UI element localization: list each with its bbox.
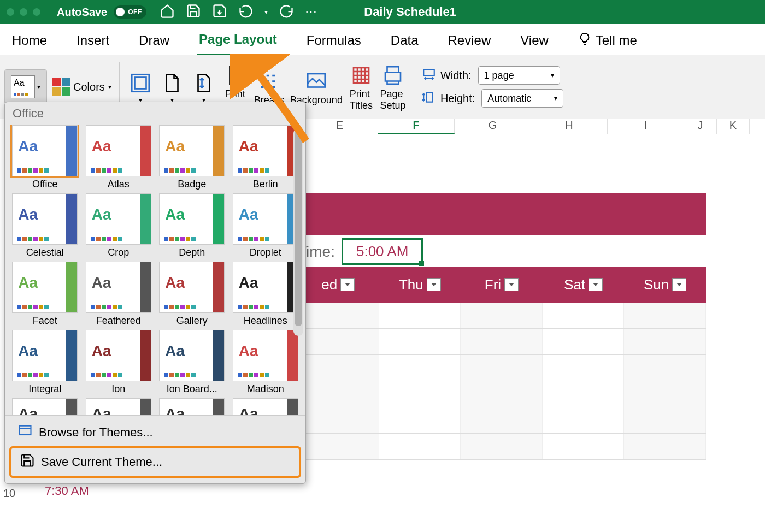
folder-icon (17, 423, 33, 442)
browse-themes-item[interactable]: Browse for Themes... (9, 419, 301, 446)
fill-handle[interactable] (419, 261, 424, 266)
margins-icon (127, 70, 154, 96)
background-icon (303, 68, 329, 94)
theme-item-berlin[interactable]: AaBerlin (230, 125, 302, 190)
lightbulb-icon (578, 32, 591, 49)
autosave-label: AutoSave (57, 6, 107, 19)
themes-button[interactable]: Aa ▾ (4, 69, 47, 104)
save-theme-icon (19, 453, 36, 471)
time-row: Time: 5:00 AM (297, 238, 423, 265)
tab-data[interactable]: Data (389, 29, 421, 55)
theme-item-facet[interactable]: AaFacet (9, 262, 81, 327)
day-header-sun[interactable]: Sun (624, 276, 706, 293)
tab-home[interactable]: Home (10, 29, 49, 55)
grid-row[interactable] (297, 407, 706, 434)
background-button[interactable]: Background (290, 68, 343, 106)
tell-me[interactable]: Tell me (576, 29, 639, 55)
colors-button[interactable]: Colors ▾ (52, 78, 111, 96)
breaks-icon (256, 68, 283, 94)
theme-item-partial[interactable]: Aa (83, 398, 155, 415)
size-icon (191, 70, 217, 96)
document-title: Daily Schedule1 (364, 5, 456, 19)
tab-view[interactable]: View (518, 29, 551, 55)
orientation-button[interactable]: ▾ (159, 70, 185, 104)
quick-access-toolbar: ▾ ⋯ (160, 3, 317, 21)
home-icon[interactable] (160, 3, 175, 21)
filter-dropdown-icon[interactable] (340, 278, 355, 291)
theme-item-office[interactable]: AaOffice (9, 125, 81, 190)
theme-item-crop[interactable]: AaCrop (83, 193, 155, 258)
window-traffic-lights[interactable] (7, 8, 40, 16)
theme-item-gallery[interactable]: AaGallery (156, 262, 228, 327)
theme-item-droplet[interactable]: AaDroplet (230, 193, 302, 258)
grid-row[interactable] (297, 329, 706, 355)
theme-item-depth[interactable]: AaDepth (156, 193, 228, 258)
more-icon[interactable]: ⋯ (305, 5, 317, 19)
days-header-row: edThuFriSatSun (297, 267, 706, 303)
ribbon-tabs: Home Insert Draw Page Layout Formulas Da… (0, 24, 765, 55)
autosave-toggle[interactable]: OFF (114, 5, 146, 19)
col-header-J[interactable]: J (684, 119, 717, 134)
theme-item-headlines[interactable]: AaHeadlines (230, 262, 302, 327)
grid-row[interactable] (297, 355, 706, 381)
tab-formulas[interactable]: Formulas (304, 29, 363, 55)
height-dropdown[interactable]: Automatic▾ (481, 89, 563, 108)
theme-item-feathered[interactable]: AaFeathered (83, 262, 155, 327)
filter-dropdown-icon[interactable] (427, 278, 441, 291)
print-titles-icon (348, 62, 374, 88)
theme-item-ion-board-[interactable]: AaIon Board... (156, 330, 228, 395)
page-setup-button[interactable]: Page Setup (380, 62, 406, 111)
width-dropdown[interactable]: 1 page▾ (478, 66, 560, 85)
theme-item-ion[interactable]: AaIon (83, 330, 155, 395)
day-header-thu[interactable]: Thu (379, 276, 461, 293)
selected-cell[interactable]: 5:00 AM (342, 238, 423, 265)
themes-scrollbar[interactable] (293, 128, 303, 336)
tab-page-layout[interactable]: Page Layout (197, 28, 279, 56)
theme-item-badge[interactable]: AaBadge (156, 125, 228, 190)
print-area-icon (222, 62, 249, 88)
breaks-button[interactable]: Breaks (254, 68, 285, 106)
size-button[interactable]: ▾ (191, 70, 217, 104)
grid-row[interactable] (297, 381, 706, 407)
filter-dropdown-icon[interactable] (672, 278, 686, 291)
titlebar: AutoSave OFF ▾ ⋯ Daily Schedule1 (0, 0, 765, 24)
col-header-H[interactable]: H (531, 119, 608, 134)
theme-item-atlas[interactable]: AaAtlas (83, 125, 155, 190)
tab-review[interactable]: Review (446, 29, 493, 55)
col-header-K[interactable]: K (717, 119, 750, 134)
theme-item-madison[interactable]: AaMadison (230, 330, 302, 395)
day-header-fri[interactable]: Fri (461, 276, 543, 293)
grid-body[interactable] (297, 303, 706, 460)
height-label: Height: (422, 91, 475, 106)
theme-item-partial[interactable]: Aa (230, 398, 302, 415)
grid-row[interactable] (297, 303, 706, 329)
redo-icon[interactable] (279, 3, 294, 21)
column-headers: EFGHIJK (302, 119, 765, 134)
save-current-theme-item[interactable]: Save Current Theme... (9, 446, 301, 478)
save-as-icon[interactable] (212, 3, 227, 21)
theme-item-partial[interactable]: Aa (9, 398, 81, 415)
save-icon[interactable] (186, 3, 201, 21)
col-header-I[interactable]: I (608, 119, 684, 134)
day-header-sat[interactable]: Sat (543, 276, 625, 293)
tab-draw[interactable]: Draw (137, 29, 172, 55)
col-header-E[interactable]: E (302, 119, 378, 134)
theme-item-celestial[interactable]: AaCelestial (9, 193, 81, 258)
tab-insert[interactable]: Insert (74, 29, 111, 55)
colors-icon (52, 78, 70, 96)
margins-button[interactable]: ▾ (127, 70, 154, 104)
width-icon (422, 68, 436, 83)
filter-dropdown-icon[interactable] (589, 278, 603, 291)
svg-rect-5 (423, 69, 434, 75)
svg-rect-1 (134, 78, 146, 89)
grid-row[interactable] (297, 434, 706, 460)
svg-rect-2 (233, 76, 240, 82)
col-header-F[interactable]: F (378, 119, 455, 134)
print-titles-button[interactable]: Print Titles (348, 62, 374, 111)
col-header-G[interactable]: G (455, 119, 531, 134)
day-header-ed[interactable]: ed (297, 276, 379, 293)
undo-icon[interactable] (238, 3, 254, 21)
theme-item-integral[interactable]: AaIntegral (9, 330, 81, 395)
filter-dropdown-icon[interactable] (504, 278, 519, 291)
theme-item-partial[interactable]: Aa (156, 398, 228, 415)
